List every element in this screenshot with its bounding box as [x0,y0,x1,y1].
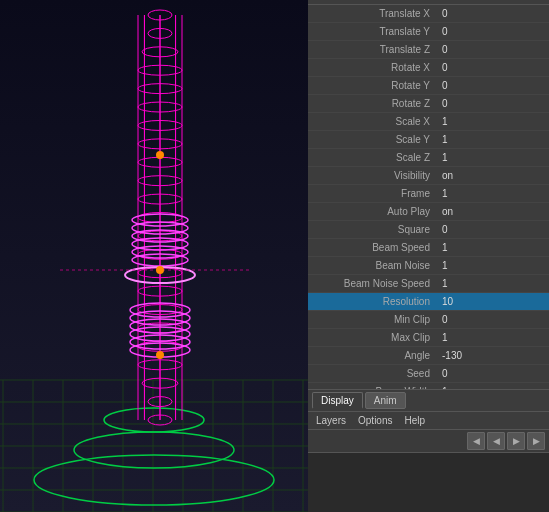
prop-row-11[interactable]: Auto Playon [308,203,549,221]
prop-value-0: 0 [438,8,448,19]
prop-value-1: 0 [438,26,448,37]
viewport-canvas [0,0,308,512]
prop-name-5: Rotate Z [308,98,438,109]
prop-row-0[interactable]: Translate X0 [308,5,549,23]
prop-row-7[interactable]: Scale Y1 [308,131,549,149]
prop-value-20: 0 [438,368,448,379]
prop-row-9[interactable]: Visibilityon [308,167,549,185]
prop-value-5: 0 [438,98,448,109]
prop-name-9: Visibility [308,170,438,181]
prop-value-13: 1 [438,242,448,253]
prop-row-5[interactable]: Rotate Z0 [308,95,549,113]
prop-value-3: 0 [438,62,448,73]
prop-value-4: 0 [438,80,448,91]
prop-name-6: Scale X [308,116,438,127]
prop-name-14: Beam Noise [308,260,438,271]
prop-name-0: Translate X [308,8,438,19]
prop-value-19: -130 [438,350,462,361]
prop-name-3: Rotate X [308,62,438,73]
bottom-preview [308,452,549,512]
prop-row-18[interactable]: Max Clip1 [308,329,549,347]
prop-value-7: 1 [438,134,448,145]
prop-name-18: Max Clip [308,332,438,343]
tab-anim[interactable]: Anim [365,392,406,409]
prop-value-2: 0 [438,44,448,55]
prop-name-4: Rotate Y [308,80,438,91]
prop-name-11: Auto Play [308,206,438,217]
prop-value-8: 1 [438,152,448,163]
prop-name-20: Seed [308,368,438,379]
prop-row-10[interactable]: Frame1 [308,185,549,203]
prop-name-13: Beam Speed [308,242,438,253]
prop-name-15: Beam Noise Speed [308,278,438,289]
prop-value-11: on [438,206,453,217]
prop-name-8: Scale Z [308,152,438,163]
prop-row-3[interactable]: Rotate X0 [308,59,549,77]
prop-name-2: Translate Z [308,44,438,55]
prop-value-10: 1 [438,188,448,199]
prop-value-15: 1 [438,278,448,289]
prop-row-15[interactable]: Beam Noise Speed1 [308,275,549,293]
icon-toolbar: ◀◀▶▶ [308,429,549,452]
prev-start-icon[interactable]: ◀ [467,432,485,450]
menu-item-help[interactable]: Help [400,414,429,427]
next-icon[interactable]: ▶ [507,432,525,450]
prop-value-12: 0 [438,224,448,235]
viewport [0,0,308,512]
prop-value-14: 1 [438,260,448,271]
prop-name-16: Resolution [308,296,438,307]
prop-name-7: Scale Y [308,134,438,145]
prop-row-20[interactable]: Seed0 [308,365,549,383]
prop-value-17: 0 [438,314,448,325]
prop-name-12: Square [308,224,438,235]
prop-row-19[interactable]: Angle-130 [308,347,549,365]
prop-name-1: Translate Y [308,26,438,37]
prop-value-6: 1 [438,116,448,127]
prop-row-6[interactable]: Scale X1 [308,113,549,131]
tabs-bar: DisplayAnim [308,389,549,411]
prop-row-16[interactable]: Resolution10 [308,293,549,311]
prev-icon[interactable]: ◀ [487,432,505,450]
properties-table[interactable]: Translate X0Translate Y0Translate Z0Rota… [308,5,549,389]
prop-name-19: Angle [308,350,438,361]
menu-bar: LayersOptionsHelp [308,411,549,429]
prop-value-16: 10 [438,296,453,307]
prop-row-12[interactable]: Square0 [308,221,549,239]
prop-row-1[interactable]: Translate Y0 [308,23,549,41]
prop-row-14[interactable]: Beam Noise1 [308,257,549,275]
prop-row-13[interactable]: Beam Speed1 [308,239,549,257]
prop-row-4[interactable]: Rotate Y0 [308,77,549,95]
right-panel: Translate X0Translate Y0Translate Z0Rota… [308,0,549,512]
prop-value-9: on [438,170,453,181]
next-end-icon[interactable]: ▶ [527,432,545,450]
tab-display[interactable]: Display [312,392,363,409]
prop-row-17[interactable]: Min Clip0 [308,311,549,329]
menu-item-layers[interactable]: Layers [312,414,350,427]
prop-name-10: Frame [308,188,438,199]
prop-row-8[interactable]: Scale Z1 [308,149,549,167]
prop-value-18: 1 [438,332,448,343]
menu-item-options[interactable]: Options [354,414,396,427]
prop-name-17: Min Clip [308,314,438,325]
prop-row-2[interactable]: Translate Z0 [308,41,549,59]
